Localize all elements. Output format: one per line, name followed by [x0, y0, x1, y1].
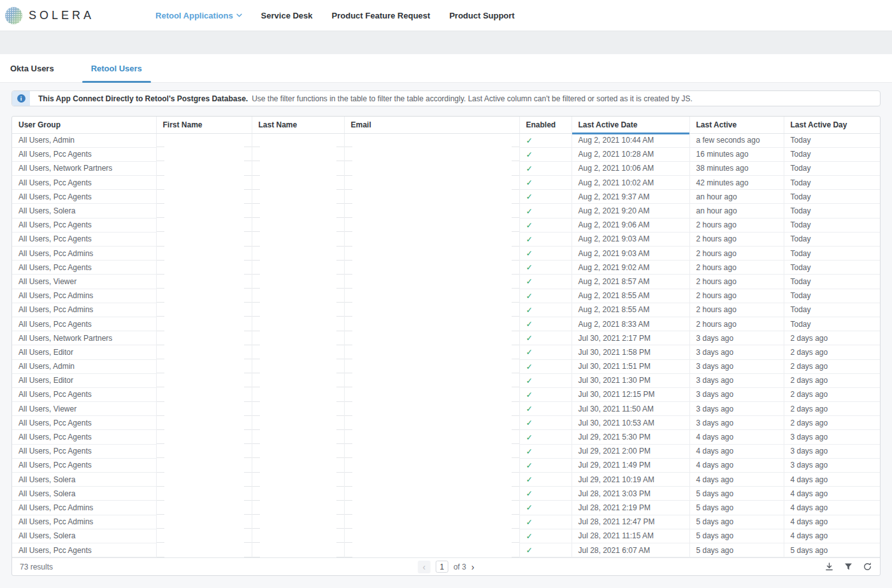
- nav-item-retool-applications[interactable]: Retool Applications: [155, 11, 242, 20]
- cell-last-active: 3 days ago: [689, 373, 784, 387]
- cell-first-name: [156, 416, 252, 430]
- page-number-input[interactable]: 1: [436, 561, 449, 573]
- cell-user-group: All Users, Pcc Agents: [12, 317, 156, 331]
- check-icon: ✓: [526, 334, 533, 343]
- cell-last-name: [252, 218, 344, 232]
- cell-last-active-date: Aug 2, 2021 9:37 AM: [572, 190, 689, 204]
- cell-last-active: 2 hours ago: [689, 275, 784, 289]
- cell-user-group: All Users, Pcc Admins: [12, 289, 156, 303]
- info-banner-bold-text: This App Connect Directly to Retool's Po…: [38, 94, 248, 103]
- check-icon: ✓: [526, 178, 533, 187]
- table-row[interactable]: All Users, Pcc Admins ✓ Jul 28, 2021 2:1…: [12, 501, 880, 515]
- cell-last-active-day: Today: [784, 133, 880, 147]
- table-row[interactable]: All Users, Solera ✓ Jul 28, 2021 3:03 PM…: [12, 487, 880, 501]
- cell-first-name: [156, 501, 252, 515]
- cell-first-name: [156, 161, 252, 175]
- table-row[interactable]: All Users, Pcc Agents ✓ Aug 2, 2021 9:06…: [12, 218, 880, 232]
- table-row[interactable]: All Users, Network Partners ✓ Jul 30, 20…: [12, 331, 880, 345]
- cell-first-name: [156, 289, 252, 303]
- filter-icon[interactable]: [844, 562, 853, 571]
- column-header-last-active[interactable]: Last Active: [689, 117, 784, 133]
- table-row[interactable]: All Users, Admin ✓ Jul 30, 2021 1:51 PM …: [12, 359, 880, 373]
- cell-last-active-day: Today: [784, 218, 880, 232]
- refresh-icon[interactable]: [863, 562, 872, 571]
- check-icon: ✓: [526, 249, 533, 258]
- cell-enabled: ✓: [519, 473, 572, 487]
- column-header-email[interactable]: Email: [344, 117, 519, 133]
- table-row[interactable]: All Users, Editor ✓ Jul 30, 2021 1:58 PM…: [12, 345, 880, 359]
- cell-enabled: ✓: [519, 515, 572, 529]
- table-row[interactable]: All Users, Pcc Agents ✓ Jul 29, 2021 2:0…: [12, 444, 880, 458]
- tab-okta-users[interactable]: Okta Users: [1, 54, 63, 82]
- table-row[interactable]: All Users, Pcc Agents ✓ Jul 30, 2021 10:…: [12, 416, 880, 430]
- cell-enabled: ✓: [519, 543, 572, 557]
- column-header-user-group[interactable]: User Group: [12, 117, 156, 133]
- cell-email: [344, 373, 519, 387]
- cell-last-active-date: Jul 30, 2021 1:30 PM: [572, 373, 689, 387]
- column-header-last-name[interactable]: Last Name: [252, 117, 344, 133]
- cell-user-group: All Users, Solera: [12, 529, 156, 543]
- tab-retool-users[interactable]: Retool Users: [82, 54, 151, 82]
- table-row[interactable]: All Users, Pcc Admins ✓ Aug 2, 2021 8:55…: [12, 303, 880, 317]
- column-header-last-active-day[interactable]: Last Active Day: [784, 117, 880, 133]
- table-row[interactable]: All Users, Editor ✓ Jul 30, 2021 1:30 PM…: [12, 373, 880, 387]
- table-toolbar-icons: [824, 562, 872, 571]
- nav-item-service-desk[interactable]: Service Desk: [261, 11, 313, 20]
- cell-last-active-day: 4 days ago: [784, 501, 880, 515]
- table-row[interactable]: All Users, Pcc Agents ✓ Jul 29, 2021 1:4…: [12, 458, 880, 472]
- cell-email: [344, 331, 519, 345]
- cell-email: [344, 275, 519, 289]
- cell-user-group: All Users, Viewer: [12, 275, 156, 289]
- table-row[interactable]: All Users, Pcc Agents ✓ Aug 2, 2021 10:2…: [12, 147, 880, 161]
- table-row[interactable]: All Users, Pcc Agents ✓ Aug 2, 2021 9:02…: [12, 261, 880, 275]
- table-row[interactable]: All Users, Pcc Agents ✓ Aug 2, 2021 9:03…: [12, 232, 880, 246]
- column-header-last-active-date[interactable]: Last Active Date: [572, 117, 689, 133]
- cell-last-active-day: 4 days ago: [784, 487, 880, 501]
- cell-first-name: [156, 317, 252, 331]
- check-icon: ✓: [526, 433, 533, 442]
- table-row[interactable]: All Users, Viewer ✓ Jul 30, 2021 11:50 A…: [12, 402, 880, 416]
- table-row[interactable]: All Users, Pcc Agents ✓ Jul 29, 2021 5:3…: [12, 430, 880, 444]
- cell-first-name: [156, 458, 252, 472]
- cell-last-active: 3 days ago: [689, 359, 784, 373]
- table-row[interactable]: All Users, Pcc Agents ✓ Jul 30, 2021 12:…: [12, 387, 880, 401]
- cell-last-active-day: 2 days ago: [784, 345, 880, 359]
- column-header-enabled[interactable]: Enabled: [519, 117, 572, 133]
- cell-email: [344, 543, 519, 557]
- cell-user-group: All Users, Network Partners: [12, 161, 156, 175]
- table-row[interactable]: All Users, Network Partners ✓ Aug 2, 202…: [12, 161, 880, 175]
- table-row[interactable]: All Users, Solera ✓ Jul 29, 2021 10:19 A…: [12, 473, 880, 487]
- cell-last-active-date: Aug 2, 2021 8:33 AM: [572, 317, 689, 331]
- check-icon: ✓: [526, 518, 533, 527]
- cell-user-group: All Users, Pcc Agents: [12, 176, 156, 190]
- table-row[interactable]: All Users, Admin ✓ Aug 2, 2021 10:44 AM …: [12, 133, 880, 147]
- column-header-first-name[interactable]: First Name: [156, 117, 252, 133]
- check-icon: ✓: [526, 391, 533, 399]
- table-row[interactable]: All Users, Pcc Agents ✓ Jul 28, 2021 6:0…: [12, 543, 880, 557]
- next-page-button[interactable]: ›: [471, 562, 475, 572]
- download-icon[interactable]: [824, 562, 834, 571]
- table-row[interactable]: All Users, Pcc Admins ✓ Aug 2, 2021 8:55…: [12, 289, 880, 303]
- previous-page-button[interactable]: ‹: [418, 561, 431, 573]
- cell-last-active-date: Jul 30, 2021 2:17 PM: [572, 331, 689, 345]
- table-row[interactable]: All Users, Solera ✓ Aug 2, 2021 9:20 AM …: [12, 204, 880, 218]
- cell-last-active: 3 days ago: [689, 331, 784, 345]
- cell-first-name: [156, 402, 252, 416]
- nav-item-product-support[interactable]: Product Support: [449, 11, 515, 20]
- nav-links: Retool Applications Service Desk Product…: [155, 11, 515, 20]
- table-row[interactable]: All Users, Solera ✓ Jul 28, 2021 11:15 A…: [12, 529, 880, 543]
- table-row[interactable]: All Users, Pcc Admins ✓ Jul 28, 2021 12:…: [12, 515, 880, 529]
- check-icon: ✓: [526, 207, 533, 216]
- cell-last-active-day: Today: [784, 176, 880, 190]
- cell-first-name: [156, 529, 252, 543]
- table-row[interactable]: All Users, Pcc Agents ✓ Aug 2, 2021 8:33…: [12, 317, 880, 331]
- table-row[interactable]: All Users, Pcc Agents ✓ Aug 2, 2021 10:0…: [12, 176, 880, 190]
- cell-last-active-date: Aug 2, 2021 8:55 AM: [572, 289, 689, 303]
- cell-last-name: [252, 247, 344, 261]
- table-row[interactable]: All Users, Pcc Admins ✓ Aug 2, 2021 9:03…: [12, 247, 880, 261]
- cell-last-active-day: Today: [784, 289, 880, 303]
- table-row[interactable]: All Users, Pcc Agents ✓ Aug 2, 2021 9:37…: [12, 190, 880, 204]
- table-row[interactable]: All Users, Viewer ✓ Aug 2, 2021 8:57 AM …: [12, 275, 880, 289]
- nav-item-product-feature-request[interactable]: Product Feature Request: [332, 11, 431, 20]
- pagination: ‹ 1 of 3 ›: [418, 561, 475, 573]
